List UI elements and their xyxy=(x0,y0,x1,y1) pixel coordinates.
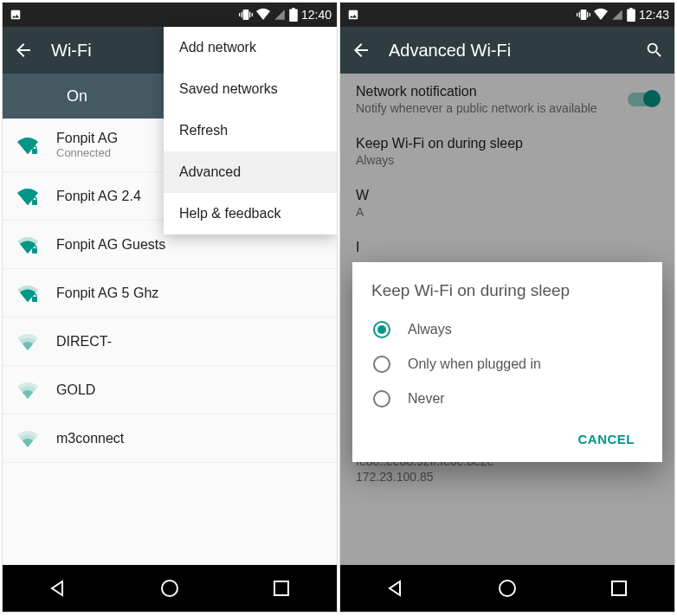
wifi-network-row[interactable]: Fonpit AG 5 Ghz xyxy=(3,269,337,318)
wifi-signal-icon xyxy=(16,284,39,303)
network-status: Connected xyxy=(56,146,118,159)
menu-item[interactable]: Add network xyxy=(164,27,337,68)
radio-icon xyxy=(373,390,390,407)
network-name: DIRECT- xyxy=(56,334,112,350)
network-name: Fonpit AG 5 Ghz xyxy=(56,286,158,301)
wifi-signal-icon xyxy=(16,136,39,155)
wifi-signal-icon xyxy=(16,187,39,206)
advanced-wifi-body: Network notification Notify whenever a p… xyxy=(340,74,674,565)
nav-recent-icon[interactable] xyxy=(271,578,292,599)
page-title: Wi-Fi xyxy=(51,41,92,61)
wifi-icon xyxy=(256,8,270,22)
nav-home-icon[interactable] xyxy=(159,578,180,599)
cancel-button[interactable]: CANCEL xyxy=(570,425,644,453)
svg-rect-0 xyxy=(32,149,37,154)
wifi-signal-icon xyxy=(16,235,39,254)
nav-home-icon[interactable] xyxy=(497,578,518,599)
status-bar: 12:43 xyxy=(340,3,674,27)
clock-text: 12:40 xyxy=(301,8,332,22)
status-bar: 12:40 xyxy=(3,3,337,27)
menu-item[interactable]: Saved networks xyxy=(164,68,337,110)
network-name: GOLD xyxy=(56,382,95,398)
network-name: m3connect xyxy=(56,431,124,446)
menu-item[interactable]: Refresh xyxy=(164,110,337,151)
wifi-signal-icon xyxy=(16,381,39,400)
battery-icon xyxy=(289,8,298,22)
radio-label: Only when plugged in xyxy=(408,356,541,372)
nav-back-icon[interactable] xyxy=(48,578,68,599)
wifi-signal-icon xyxy=(16,429,39,448)
radio-label: Always xyxy=(408,322,452,337)
svg-rect-1 xyxy=(32,200,37,205)
back-icon[interactable] xyxy=(13,40,34,61)
menu-item[interactable]: Help & feedback xyxy=(164,193,337,234)
clock-text: 12:43 xyxy=(639,8,669,22)
battery-icon xyxy=(627,8,635,22)
phone-left-wifi-settings: 12:40 Wi-Fi On Fonpit AGConnectedFonpit … xyxy=(2,2,338,613)
vibrate-icon xyxy=(577,8,590,22)
svg-rect-5 xyxy=(274,581,288,595)
app-bar: Advanced Wi-Fi xyxy=(340,27,674,74)
nav-recent-icon[interactable] xyxy=(609,578,629,599)
network-name: Fonpit AG xyxy=(56,131,118,146)
svg-point-4 xyxy=(162,581,177,596)
radio-option[interactable]: Never xyxy=(371,382,643,416)
radio-option[interactable]: Only when plugged in xyxy=(371,347,643,382)
radio-label: Never xyxy=(408,391,445,407)
search-icon[interactable] xyxy=(645,41,664,60)
svg-rect-3 xyxy=(32,297,37,302)
wifi-network-row[interactable]: DIRECT- xyxy=(3,318,337,366)
radio-icon xyxy=(373,321,390,338)
network-name: Fonpit AG Guests xyxy=(56,237,165,253)
image-icon xyxy=(347,9,359,21)
signal-icon xyxy=(274,9,286,21)
svg-rect-2 xyxy=(32,248,37,253)
svg-rect-7 xyxy=(612,581,626,595)
radio-option[interactable]: Always xyxy=(371,312,643,347)
phone-right-advanced-wifi: 12:43 Advanced Wi-Fi Network notificatio… xyxy=(339,2,675,613)
network-name: Fonpit AG 2.4 xyxy=(56,189,141,204)
nav-back-icon[interactable] xyxy=(385,578,406,599)
back-icon[interactable] xyxy=(351,40,371,61)
wifi-icon xyxy=(594,8,608,22)
wifi-network-row[interactable]: m3connect xyxy=(3,414,337,463)
menu-item[interactable]: Advanced xyxy=(164,151,337,193)
wifi-network-row[interactable]: GOLD xyxy=(3,366,337,414)
wifi-signal-icon xyxy=(16,332,39,351)
svg-point-6 xyxy=(500,581,515,596)
radio-icon xyxy=(373,356,390,373)
wifi-toggle-label: On xyxy=(67,87,87,106)
nav-bar xyxy=(3,565,337,612)
dialog-title: Keep Wi-Fi on during sleep xyxy=(371,281,643,300)
vibrate-icon xyxy=(239,8,253,22)
nav-bar xyxy=(340,565,674,612)
overflow-menu: Add networkSaved networksRefreshAdvanced… xyxy=(164,27,337,234)
dialog-keep-wifi-sleep: Keep Wi-Fi on during sleep AlwaysOnly wh… xyxy=(352,262,662,462)
signal-icon xyxy=(611,9,623,21)
image-icon xyxy=(10,9,22,21)
page-title: Advanced Wi-Fi xyxy=(389,41,511,61)
